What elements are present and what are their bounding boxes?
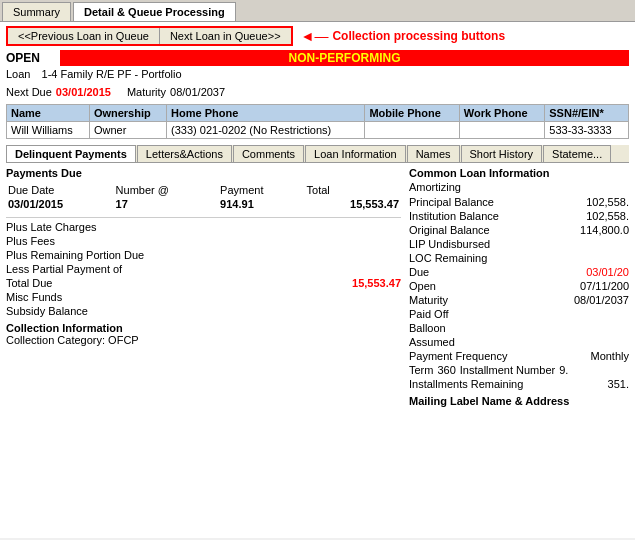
remaining-portion-label: Plus Remaining Portion Due xyxy=(6,249,144,261)
installments-remaining-label: Installments Remaining xyxy=(409,378,523,390)
col-mobile-phone: Mobile Phone xyxy=(365,105,459,122)
col-due-date: Due Date xyxy=(6,183,114,197)
sub-tabs-bar: Delinquent Payments Letters&Actions Comm… xyxy=(6,145,629,163)
paid-off-label: Paid Off xyxy=(409,308,449,320)
assumed-row: Assumed xyxy=(409,335,629,349)
line-remaining-portion: Plus Remaining Portion Due xyxy=(6,248,401,262)
left-col: Payments Due Due Date Number @ Payment T… xyxy=(6,167,401,407)
lip-undisbursed-label: LIP Undisbursed xyxy=(409,238,490,250)
loc-remaining-row: LOC Remaining xyxy=(409,251,629,265)
sub-tab-comments[interactable]: Comments xyxy=(233,145,304,162)
sub-tab-names[interactable]: Names xyxy=(407,145,460,162)
payment-frequency-value: Monthly xyxy=(590,350,629,362)
term-value: 360 xyxy=(437,364,455,376)
col-ssn: SSN#/EIN* xyxy=(545,105,629,122)
total-due-label: Total Due xyxy=(6,277,52,289)
col-payment: Payment xyxy=(218,183,304,197)
payment-due-date: 03/01/2015 xyxy=(6,197,114,211)
borrower-ownership: Owner xyxy=(89,122,166,139)
open-value: 07/11/200 xyxy=(580,280,629,292)
original-balance-value: 114,800.0 xyxy=(580,224,629,236)
line-misc-funds: Misc Funds xyxy=(6,290,401,304)
loan-label: Loan xyxy=(6,68,30,80)
tab-summary[interactable]: Summary xyxy=(2,2,71,21)
original-balance-label: Original Balance xyxy=(409,224,490,236)
next-due-date: 03/01/2015 xyxy=(56,86,111,98)
assumed-label: Assumed xyxy=(409,336,455,348)
status-open: OPEN xyxy=(6,51,40,65)
payment-total: 15,553.47 xyxy=(305,197,401,211)
institution-balance-value: 102,558. xyxy=(586,210,629,222)
sub-tab-letters[interactable]: Letters&Actions xyxy=(137,145,232,162)
payment-frequency-row: Payment Frequency Monthly xyxy=(409,349,629,363)
loan-type-row: Loan 1-4 Family R/E PF - Portfolio xyxy=(6,68,629,80)
loan-value: 1-4 Family R/E PF - Portfolio xyxy=(42,68,182,80)
principal-balance-label: Principal Balance xyxy=(409,196,494,208)
sub-tab-delinquent[interactable]: Delinquent Payments xyxy=(6,145,136,162)
mailing-title: Mailing Label Name & Address xyxy=(409,395,629,407)
paid-off-row: Paid Off xyxy=(409,307,629,321)
payments-due-title: Payments Due xyxy=(6,167,401,179)
borrower-ssn: 533-33-3333 xyxy=(545,122,629,139)
plus-fees-label: Plus Fees xyxy=(6,235,55,247)
payment-amount: 914.91 xyxy=(218,197,304,211)
col-total: Total xyxy=(305,183,401,197)
maturity-label-info: Maturity xyxy=(409,294,448,306)
partial-payment-label: Less Partial Payment of xyxy=(6,263,122,275)
due-row-info: Due 03/01/20 xyxy=(409,265,629,279)
borrower-mobile-phone xyxy=(365,122,459,139)
institution-balance-row: Institution Balance 102,558. xyxy=(409,209,629,223)
sub-tab-loan-info[interactable]: Loan Information xyxy=(305,145,406,162)
principal-balance-value: 102,558. xyxy=(586,196,629,208)
tab-detail-queue[interactable]: Detail & Queue Processing xyxy=(73,2,236,21)
col-ownership: Ownership xyxy=(89,105,166,122)
payment-row: 03/01/2015 17 914.91 15,553.47 xyxy=(6,197,401,211)
two-col-layout: Payments Due Due Date Number @ Payment T… xyxy=(6,167,629,407)
borrower-home-phone: (333) 021-0202 (No Restrictions) xyxy=(167,122,365,139)
line-plus-late-charges: Plus Late Charges xyxy=(6,220,401,234)
status-row: OPEN NON-PERFORMING xyxy=(6,50,629,66)
line-partial-payment: Less Partial Payment of xyxy=(6,262,401,276)
line-plus-fees: Plus Fees xyxy=(6,234,401,248)
next-loan-button[interactable]: Next Loan in Queue>> xyxy=(160,28,291,44)
open-row: Open 07/11/200 xyxy=(409,279,629,293)
installment-number-label: Installment Number xyxy=(460,364,555,376)
line-total-due: Total Due 15,553.47 xyxy=(6,276,401,290)
plus-late-charges-label: Plus Late Charges xyxy=(6,221,97,233)
principal-balance-row: Principal Balance 102,558. xyxy=(409,195,629,209)
institution-balance-label: Institution Balance xyxy=(409,210,499,222)
maturity-date: 08/01/2037 xyxy=(170,86,225,98)
term-row: Term 360 Installment Number 9. xyxy=(409,363,629,377)
common-loan-title: Common Loan Information xyxy=(409,167,629,179)
subsidy-balance-label: Subsidy Balance xyxy=(6,305,88,317)
col-home-phone: Home Phone xyxy=(167,105,365,122)
borrower-table: Name Ownership Home Phone Mobile Phone W… xyxy=(6,104,629,139)
common-loan-subtitle: Amortizing xyxy=(409,181,629,193)
term-label: Term xyxy=(409,364,433,376)
col-name: Name xyxy=(7,105,90,122)
collection-info-title: Collection Information xyxy=(6,322,401,334)
due-row: Next Due 03/01/2015 Maturity 08/01/2037 xyxy=(6,86,629,98)
installments-remaining-row: Installments Remaining 351. xyxy=(409,377,629,391)
installments-remaining-value: 351. xyxy=(608,378,629,390)
sub-tab-short-history[interactable]: Short History xyxy=(461,145,543,162)
status-nonperforming: NON-PERFORMING xyxy=(60,50,629,66)
borrower-name: Will Williams xyxy=(7,122,90,139)
sub-tab-statement[interactable]: Stateme... xyxy=(543,145,611,162)
collection-processing-label: Collection processing buttons xyxy=(332,29,505,43)
arrow-label: ◄— Collection processing buttons xyxy=(301,28,506,44)
due-label-info: Due xyxy=(409,266,429,278)
col-number: Number @ xyxy=(114,183,219,197)
main-content: <<Previous Loan in Queue Next Loan in Qu… xyxy=(0,22,635,538)
original-balance-row: Original Balance 114,800.0 xyxy=(409,223,629,237)
maturity-value-info: 08/01/2037 xyxy=(574,294,629,306)
line-subsidy-balance: Subsidy Balance xyxy=(6,304,401,318)
maturity-label: Maturity xyxy=(127,86,166,98)
queue-buttons-box: <<Previous Loan in Queue Next Loan in Qu… xyxy=(6,26,293,46)
balloon-label: Balloon xyxy=(409,322,446,334)
right-col: Common Loan Information Amortizing Princ… xyxy=(409,167,629,407)
due-value-info: 03/01/20 xyxy=(586,266,629,278)
prev-loan-button[interactable]: <<Previous Loan in Queue xyxy=(8,28,160,44)
misc-funds-label: Misc Funds xyxy=(6,291,62,303)
open-label: Open xyxy=(409,280,436,292)
